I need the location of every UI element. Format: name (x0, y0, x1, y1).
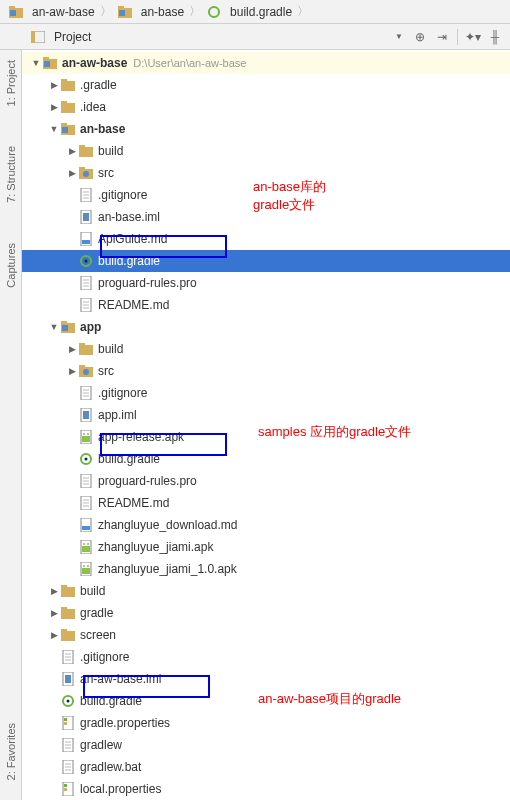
chevron-down-icon[interactable]: ▼ (48, 124, 60, 134)
sidebar-tab-structure[interactable]: 7: Structure (5, 146, 17, 203)
tree-row[interactable]: an-aw-base.iml (22, 668, 510, 690)
tree-path: D:\User\an\an-aw-base (133, 57, 246, 69)
tree-row[interactable]: an-base.iml (22, 206, 510, 228)
tree-row[interactable]: build.gradle (22, 250, 510, 272)
breadcrumb-item[interactable]: build.gradle (202, 0, 296, 23)
file-icon (78, 474, 94, 488)
tree-row[interactable]: app-release.apk (22, 426, 510, 448)
svg-rect-83 (61, 607, 67, 611)
toolbar-title[interactable]: Project (54, 30, 91, 44)
tree-row[interactable]: app.iml (22, 404, 510, 426)
tree-row[interactable]: gradlew.bat (22, 756, 510, 778)
sidebar-tab-captures[interactable]: Captures (5, 243, 17, 288)
chevron-right-icon[interactable]: ▶ (66, 168, 78, 178)
tree-row[interactable]: build.gradle (22, 690, 510, 712)
folder-icon (60, 584, 76, 598)
tree-row[interactable]: .gitignore (22, 184, 510, 206)
separator (457, 29, 458, 45)
folder-mod-icon (60, 122, 76, 136)
svg-rect-44 (62, 325, 68, 331)
svg-point-6 (209, 7, 219, 17)
settings-icon[interactable]: ✦▾ (466, 30, 480, 44)
svg-point-79 (87, 565, 89, 567)
apk-icon (78, 540, 94, 554)
tree-row[interactable]: proguard-rules.pro (22, 470, 510, 492)
tree-row[interactable]: .gitignore (22, 646, 510, 668)
svg-point-23 (83, 171, 89, 177)
tree-label: local.properties (80, 782, 161, 796)
file-iml-icon (78, 210, 94, 224)
tree-label: app.iml (98, 408, 137, 422)
sidebar-tab-favorites[interactable]: 2: Favorites (5, 723, 17, 780)
tree-row[interactable]: ▶build (22, 580, 510, 602)
svg-rect-17 (61, 123, 67, 127)
tree-row[interactable]: local.properties (22, 778, 510, 800)
tree-row[interactable]: ▶.gradle (22, 74, 510, 96)
chevron-right-icon[interactable]: ▶ (48, 80, 60, 90)
tree-label: zhangluyue_download.md (98, 518, 237, 532)
tree-label: build.gradle (98, 452, 160, 466)
tree-label: README.md (98, 298, 169, 312)
chevron-down-icon[interactable]: ▼ (30, 58, 42, 68)
breadcrumb: an-aw-base 〉 an-base 〉 build.gradle 〉 (0, 0, 510, 24)
tree-row[interactable]: ▶gradle (22, 602, 510, 624)
tree-label: app-release.apk (98, 430, 184, 444)
tree-label: zhangluyue_jiami.apk (98, 540, 213, 554)
chevron-right-icon[interactable]: ▶ (66, 344, 78, 354)
chevron-right-icon[interactable]: ▶ (48, 630, 60, 640)
tool-window-bar: 1: Project 7: Structure Captures 2: Favo… (0, 50, 22, 800)
tree-row[interactable]: ▶build (22, 338, 510, 360)
tree-row[interactable]: zhangluyue_download.md (22, 514, 510, 536)
svg-rect-4 (118, 6, 124, 10)
tree-label: build (80, 584, 105, 598)
svg-rect-8 (31, 31, 35, 43)
dropdown-icon[interactable]: ▼ (395, 32, 403, 41)
folder-icon (78, 342, 94, 356)
chevron-right-icon[interactable]: ▶ (66, 146, 78, 156)
file-prop-icon (60, 782, 76, 796)
folder-icon (60, 78, 76, 92)
svg-rect-46 (79, 343, 85, 347)
chevron-down-icon[interactable]: ▼ (48, 322, 60, 332)
chevron-right-icon: 〉 (99, 3, 113, 20)
svg-rect-20 (79, 145, 85, 149)
tree-row[interactable]: ▶.idea (22, 96, 510, 118)
tree-row[interactable]: gradlew (22, 734, 510, 756)
chevron-right-icon[interactable]: ▶ (48, 586, 60, 596)
chevron-right-icon[interactable]: ▶ (48, 102, 60, 112)
tree-row[interactable]: ▶screen (22, 624, 510, 646)
collapse-all-icon[interactable]: ⇥ (435, 30, 449, 44)
tree-label: an-base.iml (98, 210, 160, 224)
tree-row[interactable]: README.md (22, 492, 510, 514)
tree-row[interactable]: proguard-rules.pro (22, 272, 510, 294)
file-iml-icon (78, 408, 94, 422)
hide-icon[interactable]: ╫ (488, 30, 502, 44)
tree-label: src (98, 166, 114, 180)
tree-row[interactable]: ▶src (22, 162, 510, 184)
tree-row[interactable]: ▼an-base (22, 118, 510, 140)
tree-label: an-aw-base.iml (80, 672, 161, 686)
tree-row[interactable]: ▼app (22, 316, 510, 338)
chevron-right-icon[interactable]: ▶ (66, 366, 78, 376)
tree-row[interactable]: build.gradle (22, 448, 510, 470)
tree-row[interactable]: ▶src (22, 360, 510, 382)
sidebar-tab-project[interactable]: 1: Project (5, 60, 17, 106)
svg-rect-43 (61, 321, 67, 325)
breadcrumb-item[interactable]: an-base (113, 0, 188, 23)
tree-label: .gitignore (98, 188, 147, 202)
breadcrumb-item[interactable]: an-aw-base (4, 0, 99, 23)
svg-rect-77 (82, 568, 90, 574)
tree-row[interactable]: zhangluyue_jiami_1.0.apk (22, 558, 510, 580)
chevron-right-icon[interactable]: ▶ (48, 608, 60, 618)
tree-row[interactable]: ▶build (22, 140, 510, 162)
svg-rect-55 (83, 411, 89, 419)
tree-row[interactable]: gradle.properties (22, 712, 510, 734)
scroll-from-source-icon[interactable]: ⊕ (413, 30, 427, 44)
tree-row[interactable]: ▼an-aw-baseD:\User\an\an-aw-base (22, 52, 510, 74)
tree-label: gradlew.bat (80, 760, 141, 774)
tree-row[interactable]: zhangluyue_jiami.apk (22, 536, 510, 558)
project-tree[interactable]: ▼an-aw-baseD:\User\an\an-aw-base▶.gradle… (22, 50, 510, 800)
tree-row[interactable]: README.md (22, 294, 510, 316)
tree-row[interactable]: ApiGuide.md (22, 228, 510, 250)
tree-row[interactable]: .gitignore (22, 382, 510, 404)
